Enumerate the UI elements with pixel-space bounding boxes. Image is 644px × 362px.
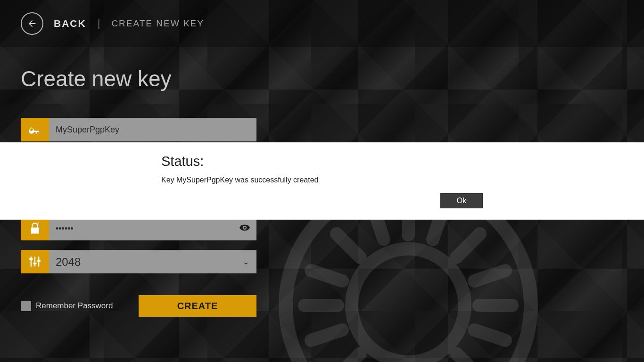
- create-button[interactable]: CREATE: [139, 295, 256, 317]
- svg-rect-23: [29, 258, 33, 260]
- remember-password-label: Remember Password: [36, 301, 113, 311]
- reveal-password-button[interactable]: [239, 224, 250, 233]
- svg-rect-20: [31, 257, 32, 267]
- key-icon-prefix: [21, 118, 49, 141]
- svg-rect-24: [33, 263, 37, 264]
- status-dialog: Status: Key MySuperPgpKey was successful…: [0, 142, 644, 220]
- bottom-row: Remember Password CREATE: [21, 295, 256, 317]
- breadcrumb: CREATE NEW KEY: [111, 18, 204, 29]
- page-title: Create new key: [21, 66, 644, 91]
- dialog-message: Key MySuperPgpKey was successfully creat…: [161, 176, 644, 184]
- lock2-icon: 2: [28, 222, 41, 235]
- dialog-ok-button[interactable]: Ok: [440, 193, 483, 208]
- svg-rect-21: [34, 257, 35, 267]
- key-name-row: [21, 118, 256, 141]
- back-button[interactable]: [21, 12, 43, 35]
- svg-rect-25: [37, 260, 41, 262]
- back-label: BACK: [54, 18, 86, 29]
- separator: |: [98, 17, 100, 30]
- eye-icon: [239, 224, 250, 231]
- sliders-icon-prefix: [21, 250, 49, 273]
- svg-text:2: 2: [37, 222, 40, 226]
- sliders-icon: [28, 255, 41, 268]
- svg-point-19: [244, 227, 246, 229]
- key-name-input[interactable]: [49, 118, 256, 141]
- confirm-password-input[interactable]: [49, 217, 256, 240]
- arrow-left-icon: [27, 18, 37, 29]
- key-size-row: 2048 ⌄: [21, 250, 256, 273]
- header-bar: BACK | CREATE NEW KEY: [0, 0, 644, 47]
- lock-icon-prefix: 2: [21, 217, 49, 240]
- confirm-password-row: 2: [21, 217, 256, 240]
- key-icon: [28, 123, 41, 136]
- key-size-select[interactable]: 2048: [49, 250, 256, 273]
- remember-password-checkbox[interactable]: [21, 301, 31, 311]
- dialog-title: Status:: [161, 154, 644, 169]
